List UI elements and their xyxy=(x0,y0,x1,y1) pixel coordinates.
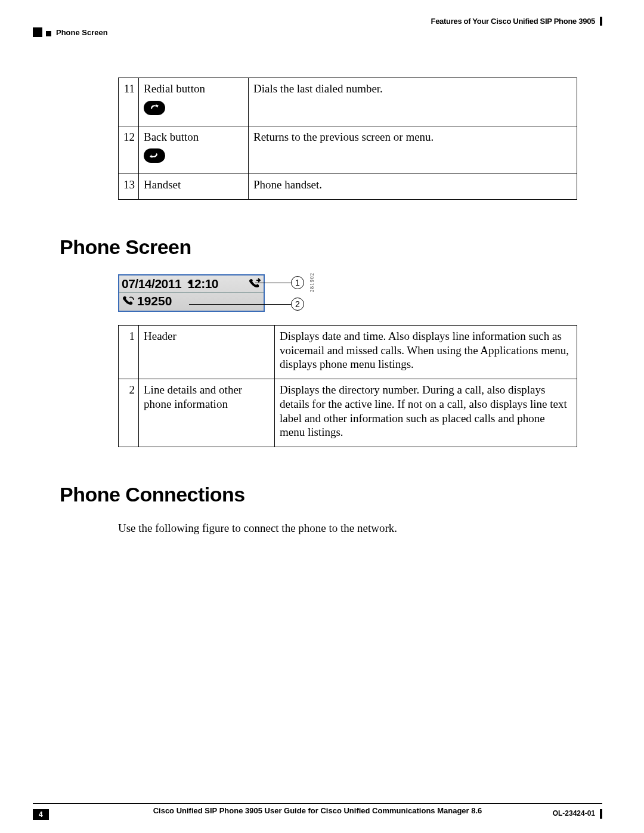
phone-screen-date: 07/14/2011 xyxy=(122,277,181,291)
handset-icon xyxy=(248,278,261,290)
table-row: 11 Redial button Dials the last dialed n… xyxy=(119,78,577,126)
header-marker-small xyxy=(46,31,51,36)
section-label: Phone Screen xyxy=(56,28,108,37)
phone-screen-extension: 19250 xyxy=(137,294,172,308)
callout-number: 2 xyxy=(119,379,139,447)
callout-2: 2 xyxy=(291,298,304,311)
figure-code: 281902 xyxy=(309,272,315,292)
phone-screen-line-row: 19250 xyxy=(119,293,264,311)
feature-name: Redial button xyxy=(144,82,205,95)
feature-number: 11 xyxy=(119,78,139,126)
section-indicator: Phone Screen xyxy=(33,27,108,37)
feature-description: Phone handset. xyxy=(249,174,577,200)
feature-name-cell: Redial button xyxy=(139,78,249,126)
callout-description: Displays the directory number. During a … xyxy=(275,379,577,447)
footer-page-number: 4 xyxy=(33,809,49,820)
footer-rule xyxy=(33,803,602,804)
footer-doc-id: OL-23424-01 xyxy=(553,809,602,819)
page-footer: Cisco Unified SIP Phone 3905 User Guide … xyxy=(33,803,602,819)
feature-name: Back button xyxy=(144,131,199,143)
back-icon xyxy=(144,148,165,163)
phone-connections-heading: Phone Connections xyxy=(60,483,584,506)
table-row: 12 Back button Returns to the previous s… xyxy=(119,126,577,174)
phone-screen-time: 12:10 xyxy=(188,277,218,291)
callout-number: 1 xyxy=(119,325,139,379)
table-row: 13 Handset Phone handset. xyxy=(119,174,577,200)
callout-line xyxy=(189,304,292,305)
phone-line-icon xyxy=(122,295,136,307)
callout-description: Displays date and time. Also displays li… xyxy=(275,325,577,379)
phone-screen-table: 1 Header Displays date and time. Also di… xyxy=(118,325,577,447)
page-content: 11 Redial button Dials the last dialed n… xyxy=(60,78,584,546)
chapter-title: Features of Your Cisco Unified SIP Phone… xyxy=(431,17,602,26)
feature-description: Dials the last dialed number. xyxy=(249,78,577,126)
feature-name-cell: Back button xyxy=(139,126,249,174)
page-header: Features of Your Cisco Unified SIP Phone… xyxy=(33,17,602,31)
callout-name: Line details and other phone information xyxy=(139,379,275,447)
footer-doc-title: Cisco Unified SIP Phone 3905 User Guide … xyxy=(33,806,602,815)
callout-line xyxy=(255,283,291,283)
feature-description: Returns to the previous screen or menu. xyxy=(249,126,577,174)
phone-connections-body: Use the following figure to connect the … xyxy=(118,522,584,535)
feature-number: 13 xyxy=(119,174,139,200)
header-marker-large xyxy=(33,27,42,37)
table-row: 2 Line details and other phone informati… xyxy=(119,379,577,447)
callout-1: 1 xyxy=(291,276,304,289)
callout-arrow xyxy=(187,280,192,285)
table-row: 1 Header Displays date and time. Also di… xyxy=(119,325,577,379)
phone-screen-figure: 07/14/2011 12:10 19250 1 xyxy=(118,274,333,312)
features-table: 11 Redial button Dials the last dialed n… xyxy=(118,78,577,200)
phone-screen-heading: Phone Screen xyxy=(60,236,584,259)
callout-name: Header xyxy=(139,325,275,379)
feature-number: 12 xyxy=(119,126,139,174)
document-page: Features of Your Cisco Unified SIP Phone… xyxy=(0,0,644,833)
redial-icon xyxy=(144,101,165,115)
feature-name: Handset xyxy=(139,174,249,200)
